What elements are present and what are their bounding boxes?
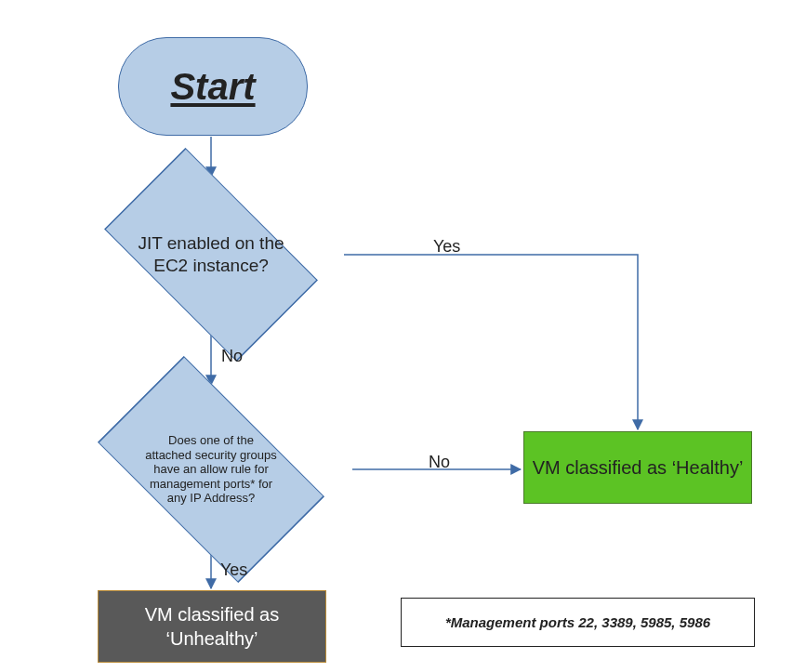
edge-label-no: No [221,347,243,366]
footnote-text: *Management ports 22, 3389, 5985, 5986 [445,614,710,630]
decision-text: Does one of the attached security groups… [144,433,279,506]
outcome-text: VM classified as ‘Healthy’ [533,455,744,480]
footnote-box: *Management ports 22, 3389, 5985, 5986 [401,598,755,647]
outcome-text: VM classified as ‘Unhealthy’ [99,602,325,651]
outcome-healthy: VM classified as ‘Healthy’ [523,431,752,504]
edge-label-yes: Yes [220,560,247,580]
start-label: Start [170,66,255,108]
edge-label-yes: Yes [433,237,460,257]
edge-label-no: No [429,453,450,472]
start-terminator: Start [118,37,308,136]
decision-text: JIT enabled on the EC2 instance? [127,232,295,277]
outcome-unhealthy: VM classified as ‘Unhealthy’ [98,590,326,663]
